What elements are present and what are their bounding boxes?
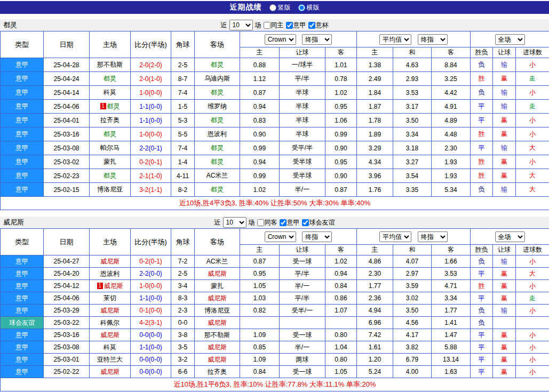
cell-away-team: 蒙扎: [195, 280, 240, 292]
cell-away-team: 威尼斯: [195, 317, 240, 329]
cell-home-team: 威尼斯: [90, 329, 131, 341]
cell-score: 1-0(0-0): [131, 127, 171, 141]
cell-date: 25-04-24: [44, 72, 90, 86]
cell-result-handicap: 赢: [493, 354, 516, 366]
away-team-name: 威尼斯: [208, 270, 227, 277]
away-team-name: AC米兰: [206, 172, 228, 179]
cell-handicap-home-odds: 0.83: [240, 114, 280, 127]
bookmaker-select[interactable]: Crown: [265, 231, 296, 242]
cell-result-handicap: 赢: [493, 127, 516, 141]
odds-stage-select[interactable]: 终指: [302, 231, 332, 242]
cell-euro-away-odds: 8.84: [432, 58, 471, 72]
home-team-name: 科莫: [104, 89, 116, 96]
average-select[interactable]: 平均值: [379, 34, 411, 45]
cell-result-handicap: 赢: [493, 292, 516, 305]
serie-a-checkbox[interactable]: [286, 22, 293, 29]
subcol-result-goals: 进球数: [516, 245, 549, 255]
match-row: 意甲 25-03-29 威尼斯 0-1(0-0) 2-3 博洛尼亚 0.82 受…: [1, 305, 549, 317]
cell-date: 25-03-02: [44, 155, 90, 169]
cell-result-wdl: 负: [471, 86, 493, 100]
same-away-checkbox[interactable]: [257, 219, 264, 226]
same-home-checkbox[interactable]: [264, 22, 270, 29]
serie-a-checkbox[interactable]: [280, 219, 287, 226]
cell-euro-home-odds: 1.77: [357, 280, 393, 292]
cell-score: 3-2(1-1): [131, 183, 171, 197]
filter-checkbox-serie-a[interactable]: 意甲: [280, 218, 300, 227]
result-group: 全场: [471, 229, 549, 245]
cell-handicap-home-odds: 0.99: [240, 141, 280, 155]
home-team-name: 威尼斯: [100, 258, 120, 265]
vertical-layout-radio[interactable]: [269, 4, 276, 11]
average-select[interactable]: 平均值: [379, 231, 411, 242]
cell-euro-draw-odds: 3.27: [393, 155, 432, 169]
match-scope-select[interactable]: 全场: [495, 34, 525, 45]
team-section-venezia: 威尼斯 近 10 场 同客 意甲 球会友谊: [0, 217, 549, 391]
odds-stage-select-2[interactable]: 终指: [418, 34, 448, 45]
horizontal-layout-radio[interactable]: [298, 4, 305, 11]
cell-euro-home-odds: 1.38: [357, 58, 393, 72]
cell-result-goals: 小: [516, 86, 549, 100]
cell-euro-home-odds: 5.24: [357, 366, 393, 378]
cell-league-type: 球会友谊: [1, 317, 44, 329]
cell-result-handicap: 输: [493, 141, 516, 155]
cell-score: 2-0(1-0): [131, 72, 171, 86]
cell-handicap-home-odds: 1.02: [240, 183, 280, 197]
match-row: 意甲 25-03-16 威尼斯 0-0(0-0) 3-8 那不勒斯 1.09 受…: [1, 329, 549, 341]
odds-stage-select-2[interactable]: 终指: [418, 231, 448, 242]
cell-handicap-line: 半球: [280, 86, 325, 100]
coppa-italia-checkbox[interactable]: [308, 22, 315, 29]
cell-corners: 7-4: [171, 141, 195, 155]
home-team-name: 威尼斯: [104, 282, 123, 290]
match-row: 意甲 25-04-01 拉齐奥 1-1(0-0) 5-3 都灵 0.83 半球 …: [1, 114, 549, 127]
col-header-away: 客场: [195, 31, 240, 58]
cell-corners: 8-3: [171, 292, 195, 305]
match-scope-select[interactable]: 全场: [495, 231, 525, 242]
match-row: 意甲 25-04-28 那不勒斯 2-0(2-0) 2-5 都灵 0.88 一/…: [1, 58, 549, 72]
cell-score: 2-2(0-1): [131, 141, 171, 155]
filter-checkbox-club-friendly[interactable]: 球会友谊: [302, 218, 335, 227]
cell-result-goals: 小: [516, 366, 549, 378]
odds-stage-select[interactable]: 终指: [302, 34, 332, 45]
cell-corners: 1-4: [171, 155, 195, 169]
cell-result-goals: 小: [516, 354, 549, 366]
filter-checkbox-serie-a[interactable]: 意甲: [286, 21, 306, 30]
cell-home-team: 都灵: [90, 72, 131, 86]
cell-score: 1-1(0-0): [131, 292, 171, 305]
recent-count-select[interactable]: 10: [223, 217, 246, 228]
cell-result-goals: 小: [516, 114, 549, 127]
filter-checkbox-coppa-italia[interactable]: 意杯: [308, 21, 329, 30]
club-friendly-checkbox[interactable]: [302, 219, 309, 226]
cell-date: 25-04-28: [44, 58, 90, 72]
cell-corners: 2-5: [171, 58, 195, 72]
filter-checkbox-same-home[interactable]: 同主: [264, 21, 284, 30]
away-team-name: 都灵: [211, 186, 224, 193]
home-team-name: 那不勒斯: [97, 61, 123, 68]
recent-count-select[interactable]: 10: [229, 20, 253, 30]
cell-handicap-line: 受半球: [280, 155, 325, 169]
bookmaker-select[interactable]: Crown: [265, 34, 296, 45]
away-team-name: 都灵: [211, 89, 224, 96]
cell-result-wdl: 胜: [471, 280, 493, 292]
cell-result-goals: 小: [516, 127, 549, 141]
filter-checkbox-same-away[interactable]: 同客: [257, 218, 277, 227]
layout-vertical-option[interactable]: 竖版: [269, 3, 291, 12]
cell-euro-home-odds: 1.76: [357, 183, 393, 197]
cell-home-team: 亚特兰大: [90, 354, 131, 366]
cell-euro-away-odds: 1.66: [432, 255, 471, 268]
cell-away-team: AC米兰: [195, 169, 240, 183]
home-team-name: 莱切: [104, 294, 116, 302]
cell-euro-home-odds: 4.34: [357, 155, 393, 169]
home-team-name: 科佩尔: [100, 319, 120, 326]
cell-date: 25-04-06: [44, 100, 90, 114]
cell-handicap-line: 平/半: [280, 292, 325, 305]
subcol-hcp-line: 让球: [280, 245, 325, 255]
cell-corners: 3-2: [171, 354, 195, 366]
subcol-hcp-home: 主: [240, 47, 280, 58]
cell-handicap-home-odds: 0.87: [240, 86, 280, 100]
cell-corners: 4-11: [171, 169, 195, 183]
cell-handicap-line: 半/一: [280, 280, 325, 292]
cell-corners: 0-0: [171, 317, 195, 329]
cell-result-handicap: 赢: [493, 341, 516, 354]
cell-handicap-away-odds: 0.95: [325, 155, 357, 169]
layout-horizontal-option[interactable]: 横版: [298, 3, 320, 12]
